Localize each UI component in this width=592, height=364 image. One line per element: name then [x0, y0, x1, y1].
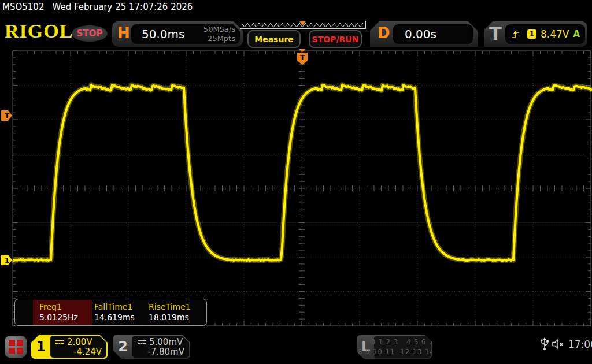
- usb-icon: [540, 337, 549, 351]
- delay-pill: 0.00s: [393, 24, 473, 44]
- dc-coupling-icon: [55, 339, 64, 346]
- trigger-settings-tile[interactable]: T 1 8.47V A: [484, 21, 587, 47]
- delay-settings-tile[interactable]: D 0.00s: [370, 21, 478, 47]
- acquisition-status-badge: STOP: [72, 25, 108, 42]
- svg-text:T: T: [5, 112, 10, 120]
- trigger-markers[interactable]: T1T: [1, 49, 308, 265]
- trigger-source-badge: 1: [527, 29, 536, 39]
- menu-square: [17, 340, 23, 346]
- digital-channels-row1: 0 1 2 3 4 5 6 7: [371, 337, 434, 347]
- channel1-scale: 2.00V: [67, 337, 92, 347]
- channel1-trace: [13, 85, 592, 261]
- menu-square: [17, 348, 23, 354]
- horizontal-settings-tile[interactable]: H 50.0ms 50MSa/s 25Mpts: [112, 21, 243, 47]
- trigger-level-marker[interactable]: T: [1, 110, 12, 121]
- speaker-muted-icon[interactable]: [552, 339, 566, 349]
- stop-run-button[interactable]: STOP/RUN: [309, 30, 362, 48]
- measurement-name: RiseTime1: [149, 302, 191, 311]
- measurement-value: 5.0125Hz: [39, 313, 78, 322]
- timebase-value: 50.0ms: [142, 27, 184, 41]
- measurement-value: 14.619ms: [94, 313, 135, 322]
- channel2-number: 2: [113, 335, 132, 359]
- rigol-logo: RIGOL: [5, 21, 73, 41]
- trigger-slope-rising-icon: [511, 30, 520, 39]
- measurement-panel[interactable]: Freq1 5.0125Hz FallTime1 14.619ms RiseTi…: [14, 299, 207, 326]
- svg-text:1: 1: [5, 257, 9, 265]
- clock-text: 17:06: [568, 339, 592, 350]
- measure-button[interactable]: Measure: [247, 30, 301, 48]
- waveform-preview-bar[interactable]: [240, 21, 366, 29]
- trigger-label: T: [489, 24, 502, 43]
- measurement-value: 18.019ms: [149, 313, 189, 322]
- channel2-status-pill[interactable]: 2 5.00mV -7.80mV: [113, 335, 190, 359]
- sample-rate-readout: 50MSa/s 25Mpts: [204, 25, 235, 43]
- menu-grid-icon[interactable]: [5, 336, 27, 358]
- trigger-pill: 1 8.47V A: [505, 24, 585, 44]
- menu-square: [9, 340, 15, 346]
- header-bar: RIGOL STOP H 50.0ms 50MSa/s 25Mpts Measu…: [0, 19, 592, 48]
- trigger-position-marker[interactable]: T: [297, 49, 308, 65]
- svg-text:T: T: [300, 54, 305, 62]
- channel1-ground-marker[interactable]: 1: [1, 255, 12, 265]
- horizontal-label: H: [117, 25, 130, 40]
- digital-channels-row2: 8 9 10 11 12 13 14 15: [358, 347, 447, 357]
- trigger-level-value: 8.47V: [541, 28, 569, 40]
- menu-square: [9, 348, 15, 354]
- dc-coupling-icon: [137, 339, 146, 346]
- bottom-status-bar: 1 2.00V -4.24V 2: [0, 332, 592, 364]
- timebase-pill: 50.0ms 50MSa/s 25Mpts: [131, 24, 240, 44]
- measurement-name: Freq1: [39, 302, 62, 311]
- memory-depth: 25Mpts: [204, 34, 235, 43]
- trigger-sweep-mode: A: [573, 29, 580, 39]
- graticule: [13, 51, 591, 326]
- digital-channels-box: 0 1 2 3 4 5 6 7 8 9 10 11 12 13 14 15: [374, 336, 431, 358]
- measurement-name: FallTime1: [94, 302, 132, 311]
- delay-value: 0.00s: [405, 27, 436, 41]
- channel1-number: 1: [31, 335, 50, 359]
- logic-analyzer-pill[interactable]: L 0 1 2 3 4 5 6 7 8 9 10 11 12 13 14 15: [357, 335, 432, 359]
- sample-rate: 50MSa/s: [204, 25, 235, 34]
- channel2-offset: -7.80mV: [137, 347, 184, 357]
- channel1-status-pill[interactable]: 1 2.00V -4.24V: [31, 335, 108, 359]
- channel2-scale: 5.00mV: [149, 337, 183, 347]
- oscilloscope-screen: MSO5102 Wed February 25 17:07:26 2026 T1…: [0, 0, 592, 364]
- channel1-offset: -4.24V: [55, 347, 102, 357]
- delay-label: D: [378, 25, 390, 40]
